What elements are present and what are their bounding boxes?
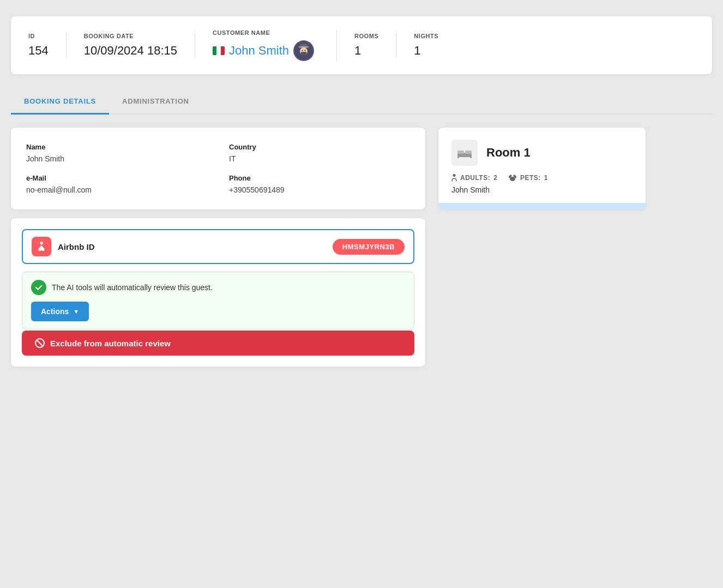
detail-country: Country IT bbox=[229, 143, 410, 163]
svg-line-11 bbox=[37, 340, 43, 346]
airbnb-icon bbox=[35, 241, 47, 253]
svg-point-6 bbox=[305, 50, 306, 51]
svg-rect-3 bbox=[300, 46, 307, 47]
svg-point-8 bbox=[301, 52, 304, 54]
customer-avatar bbox=[293, 40, 314, 61]
svg-rect-14 bbox=[465, 151, 472, 154]
exclude-button[interactable]: Exclude from automatic review bbox=[22, 331, 414, 356]
customer-details-card: Name John Smith Country IT e-Mail no-ema… bbox=[11, 128, 425, 209]
airbnb-left: Airbnb ID bbox=[32, 237, 95, 256]
airbnb-label: Airbnb ID bbox=[58, 242, 95, 251]
detail-name: Name John Smith bbox=[26, 143, 207, 163]
field-id: ID 154 bbox=[28, 33, 67, 58]
ban-icon bbox=[35, 338, 45, 348]
nights-label: NIGHTS bbox=[414, 33, 438, 39]
room-meta: ADULTS: 2 PETS: 1 bbox=[451, 173, 632, 182]
phone-value: +390550691489 bbox=[229, 185, 285, 194]
booking-date-label: BOOKING DATE bbox=[84, 33, 177, 39]
adults-value: 2 bbox=[493, 174, 497, 182]
customer-name-text: John Smith bbox=[229, 44, 289, 58]
actions-button-label: Actions bbox=[41, 307, 69, 316]
room-icon-wrap bbox=[451, 140, 478, 166]
svg-point-5 bbox=[302, 50, 303, 51]
email-value: no-email@null.com bbox=[26, 185, 92, 194]
details-grid: Name John Smith Country IT e-Mail no-ema… bbox=[26, 143, 410, 194]
tab-booking-details[interactable]: BOOKING DETAILS bbox=[11, 89, 109, 115]
name-label: Name bbox=[26, 143, 207, 151]
customer-name-value: John Smith bbox=[213, 40, 319, 61]
svg-rect-15 bbox=[457, 156, 459, 158]
airbnb-id-badge: HMSMJYRN3B bbox=[333, 239, 405, 255]
customer-name-label: CUSTOMER NAME bbox=[213, 29, 319, 36]
room-title: Room 1 bbox=[486, 146, 531, 160]
svg-point-22 bbox=[513, 175, 515, 177]
svg-rect-13 bbox=[457, 151, 464, 154]
country-label: Country bbox=[229, 143, 410, 151]
room-guest-name: John Smith bbox=[451, 185, 632, 194]
name-value: John Smith bbox=[26, 154, 64, 163]
id-value: 154 bbox=[28, 44, 49, 58]
tabs-bar: BOOKING DETAILS ADMINISTRATION bbox=[11, 89, 712, 115]
tab-administration[interactable]: ADMINISTRATION bbox=[109, 89, 202, 115]
chevron-down-icon: ▼ bbox=[73, 308, 79, 315]
country-value: IT bbox=[229, 154, 236, 163]
room-bottom-stripe bbox=[438, 203, 646, 209]
svg-rect-16 bbox=[470, 156, 472, 158]
ai-notice-text: The AI tools will automatically review t… bbox=[52, 283, 213, 292]
person-icon bbox=[451, 173, 457, 182]
detail-phone: Phone +390550691489 bbox=[229, 174, 410, 194]
field-booking-date: BOOKING DATE 10/09/2024 18:15 bbox=[67, 33, 195, 58]
actions-button[interactable]: Actions ▼ bbox=[31, 302, 89, 321]
check-icon bbox=[31, 280, 46, 295]
rooms-label: ROOMS bbox=[354, 33, 378, 39]
svg-point-9 bbox=[304, 52, 307, 54]
room-header: Room 1 bbox=[451, 140, 632, 166]
exclude-button-label: Exclude from automatic review bbox=[50, 339, 171, 348]
airbnb-icon-wrap bbox=[32, 237, 51, 256]
room-card: Room 1 ADULTS: 2 PETS: 1 bbox=[438, 128, 646, 209]
right-column: Room 1 ADULTS: 2 PETS: 1 bbox=[438, 128, 646, 209]
flag-icon bbox=[213, 46, 225, 55]
pet-icon bbox=[508, 175, 517, 181]
booking-header-card: ID 154 BOOKING DATE 10/09/2024 18:15 CUS… bbox=[11, 16, 712, 74]
ai-notice-row: The AI tools will automatically review t… bbox=[31, 280, 405, 295]
main-content: Name John Smith Country IT e-Mail no-ema… bbox=[11, 128, 712, 367]
pets-value: 1 bbox=[544, 174, 548, 182]
svg-point-17 bbox=[453, 174, 456, 177]
left-column: Name John Smith Country IT e-Mail no-ema… bbox=[11, 128, 425, 367]
phone-label: Phone bbox=[229, 174, 410, 182]
adults-label: ADULTS: bbox=[460, 174, 490, 182]
nights-value: 1 bbox=[414, 44, 438, 58]
airbnb-id-row: Airbnb ID HMSMJYRN3B bbox=[22, 229, 414, 264]
rooms-value: 1 bbox=[354, 44, 378, 58]
email-label: e-Mail bbox=[26, 174, 207, 182]
bed-icon bbox=[456, 146, 473, 159]
actions-button-wrap: Actions ▼ bbox=[31, 302, 405, 321]
ai-notice: The AI tools will automatically review t… bbox=[22, 272, 414, 329]
field-customer-name: CUSTOMER NAME John Smith bbox=[195, 29, 337, 61]
booking-date-value: 10/09/2024 18:15 bbox=[84, 44, 177, 58]
source-card: Airbnb ID HMSMJYRN3B The AI tools will a… bbox=[11, 218, 425, 367]
pets-label: PETS: bbox=[520, 174, 541, 182]
detail-email: e-Mail no-email@null.com bbox=[26, 174, 207, 194]
field-rooms: ROOMS 1 bbox=[337, 33, 396, 58]
field-nights: NIGHTS 1 bbox=[396, 33, 456, 58]
id-label: ID bbox=[28, 33, 49, 39]
svg-point-21 bbox=[510, 175, 511, 177]
